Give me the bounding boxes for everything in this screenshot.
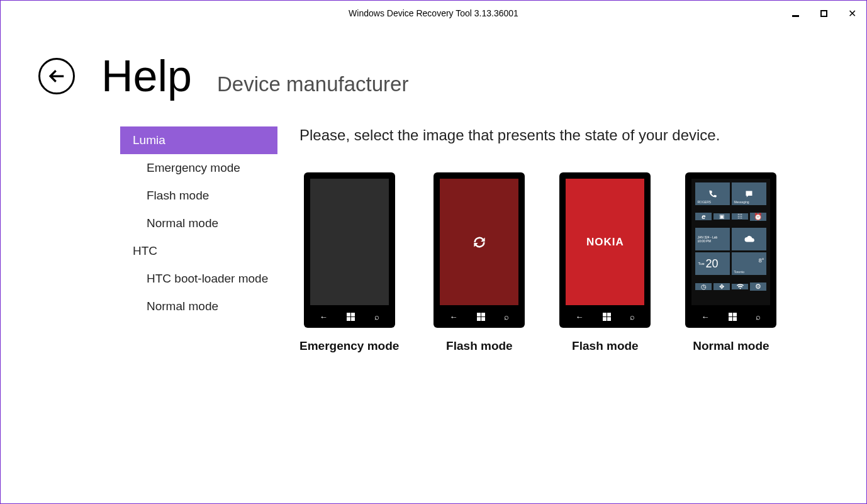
phone-tile-small-pair-2: ☷ ⏰: [732, 207, 766, 226]
windows-nav-icon: [347, 313, 355, 321]
phone-screen-red-dark: [440, 179, 518, 305]
sidebar-item-label: Flash mode: [147, 189, 209, 203]
tiles-grid: ROGERS Messaging e ▣ ☷: [695, 182, 766, 296]
instruction-text: Please, select the image that presents t…: [299, 126, 866, 144]
sidebar-item-htc[interactable]: HTC: [120, 237, 277, 265]
maximize-button[interactable]: [810, 1, 838, 26]
phone-tile-phone: ROGERS: [695, 182, 730, 205]
sidebar-item-flash-mode[interactable]: Flash mode: [120, 182, 277, 210]
phone-tile-small-pair-1: e ▣: [695, 207, 730, 226]
sidebar-item-label: Lumia: [133, 133, 165, 147]
phone-tile-small-row: ◷ ✥ ⚙: [695, 277, 766, 296]
phone-tile-messaging: Messaging: [732, 182, 766, 205]
device-normal[interactable]: ROGERS Messaging e ▣ ☷: [685, 172, 776, 353]
search-nav-icon: ⌕: [756, 312, 761, 322]
titlebar: Windows Device Recovery Tool 3.13.36001 …: [1, 1, 866, 26]
tile-text: 10:00 PM: [697, 239, 710, 243]
window-controls: ✕: [781, 1, 866, 26]
phone-mockup: NOKIA ← ⌕: [559, 172, 651, 328]
tile-label: ROGERS: [697, 200, 711, 204]
device-label: Flash mode: [446, 339, 513, 353]
move-small-icon: ✥: [713, 283, 730, 290]
device-label: Normal mode: [693, 339, 769, 353]
wifi-small-icon: [732, 284, 748, 289]
back-nav-icon: ←: [450, 312, 458, 322]
cloud-icon: [744, 235, 755, 243]
device-emergency[interactable]: ← ⌕ Emergency mode: [299, 172, 399, 353]
search-nav-icon: ⌕: [630, 312, 635, 322]
search-nav-icon: ⌕: [504, 312, 509, 322]
office-icon: ▣: [713, 213, 730, 220]
close-button[interactable]: ✕: [838, 1, 866, 26]
sidebar-item-normal-mode[interactable]: Normal mode: [120, 210, 277, 237]
page-subtitle: Device manufacturer: [217, 72, 408, 96]
phone-mockup: ← ⌕: [304, 172, 395, 328]
tile-label: Toronto: [734, 270, 744, 274]
store-icon: ☷: [732, 213, 748, 220]
tile-date-num: 20: [706, 257, 719, 271]
sidebar-item-lumia[interactable]: Lumia: [120, 126, 277, 154]
phone-screen-nokia: NOKIA: [566, 179, 644, 305]
back-nav-icon: ←: [320, 312, 328, 322]
tile-label: Messaging: [734, 200, 749, 204]
page-title: Help: [101, 51, 192, 101]
gear-small-icon: ⚙: [750, 283, 766, 291]
phone-tile-event: JAN 324 - Lab 10:00 PM: [695, 228, 730, 250]
search-nav-icon: ⌕: [374, 312, 379, 322]
message-icon: [744, 189, 754, 199]
flash-sync-icon: [471, 234, 488, 250]
window-title: Windows Device Recovery Tool 3.13.36001: [349, 8, 518, 18]
maximize-icon: [820, 10, 827, 17]
clock-small-icon: ◷: [695, 283, 712, 290]
phone-nav: ← ⌕: [440, 305, 518, 328]
header-titles: Help Device manufacturer: [101, 51, 408, 101]
tile-temp: 8°: [759, 257, 764, 264]
phone-nav: ← ⌕: [691, 305, 770, 328]
ie-icon: e: [695, 213, 712, 220]
tile-day: Tue: [698, 262, 704, 266]
sidebar-item-htc-bootloader[interactable]: HTC boot-loader mode: [120, 265, 277, 293]
nokia-logo: NOKIA: [586, 236, 624, 249]
phone-tile-calendar: Tue 20: [695, 252, 730, 275]
minimize-button[interactable]: [781, 1, 810, 26]
minimize-icon: [792, 15, 799, 17]
header: Help Device manufacturer: [1, 26, 866, 101]
phone-mockup: ← ⌕: [434, 172, 525, 328]
phone-mockup: ROGERS Messaging e ▣ ☷: [685, 172, 776, 328]
phone-icon: [708, 189, 717, 199]
main: Please, select the image that presents t…: [299, 126, 866, 353]
back-nav-icon: ←: [576, 312, 584, 322]
phone-nav: ← ⌕: [310, 305, 389, 328]
sidebar: Lumia Emergency mode Flash mode Normal m…: [120, 126, 277, 353]
phone-screen-dark: [310, 179, 389, 305]
sidebar-item-emergency-mode[interactable]: Emergency mode: [120, 154, 277, 182]
device-label: Emergency mode: [299, 339, 399, 353]
sidebar-item-label: Normal mode: [147, 216, 218, 230]
sidebar-item-label: Normal mode: [147, 300, 218, 313]
alarm-icon: ⏰: [750, 213, 766, 221]
phone-screen-tiles: ROGERS Messaging e ▣ ☷: [691, 179, 770, 305]
device-flash-dark[interactable]: ← ⌕ Flash mode: [434, 172, 525, 353]
phone-tile-cloud: [732, 228, 766, 250]
back-button[interactable]: [38, 58, 75, 94]
windows-nav-icon: [603, 313, 611, 321]
windows-nav-icon: [729, 313, 737, 321]
sidebar-item-htc-normal-mode[interactable]: Normal mode: [120, 293, 277, 320]
back-arrow-icon: [47, 67, 66, 86]
device-list: ← ⌕ Emergency mode ←: [299, 172, 866, 353]
device-label: Flash mode: [572, 339, 639, 353]
back-nav-icon: ←: [702, 312, 710, 322]
windows-nav-icon: [477, 313, 485, 321]
phone-nav: ← ⌕: [566, 305, 644, 328]
phone-tile-weather: Toronto 8°: [732, 252, 766, 275]
content: Lumia Emergency mode Flash mode Normal m…: [1, 101, 866, 353]
sidebar-item-label: HTC boot-loader mode: [147, 272, 268, 286]
sidebar-item-label: Emergency mode: [147, 161, 240, 175]
wifi-icon: [737, 284, 744, 289]
close-icon: ✕: [848, 8, 856, 20]
device-flash-nokia[interactable]: NOKIA ← ⌕ Flash mode: [559, 172, 651, 353]
sidebar-item-label: HTC: [133, 244, 157, 258]
